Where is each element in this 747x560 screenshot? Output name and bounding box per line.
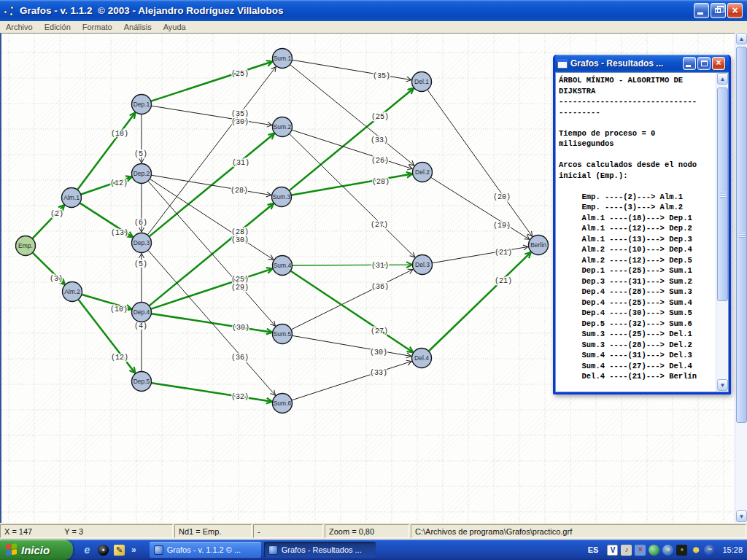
node-Sum.5[interactable]: Sum.5 (273, 324, 293, 344)
status-file-path: C:\Archivos de programa\Grafos\practico.… (411, 524, 746, 538)
node-Dep.1[interactable]: Dep.1 (132, 95, 152, 114)
node-Sum.4[interactable]: Sum.4 (273, 256, 293, 276)
node-label: Sum.2 (274, 123, 292, 131)
taskbar-task-2[interactable]: Grafos - Resultados ... (264, 542, 376, 558)
thumb-grip-icon (720, 192, 726, 198)
results-scroll-down-button[interactable]: ▼ (717, 379, 728, 391)
task-label: Grafos - Resultados ... (282, 545, 362, 554)
window-title: Grafos - v. 1.1.2 © 2003 - Alejandro Rod… (20, 5, 694, 16)
thumb-grip-icon (739, 232, 745, 238)
scrollbar-thumb[interactable] (736, 47, 747, 423)
node-Sum.3[interactable]: Sum.3 (272, 187, 292, 207)
edge-Sum.1-Del.1 (293, 60, 411, 79)
task-label: Grafos - v. 1.1.2 © ... (167, 545, 241, 554)
edge-weight-Sum.2-Del.3: (27) (371, 221, 388, 229)
edge-weight-Dep.2-Sum.4: (30) (231, 236, 249, 244)
node-Dep.4[interactable]: Dep.4 (132, 303, 152, 322)
menu-archivo[interactable]: Archivo (0, 22, 39, 32)
restore-button[interactable] (711, 3, 726, 18)
scroll-down-button[interactable]: ▼ (736, 510, 747, 522)
results-body: ÁRBOL MÍNIMO - ALGORITMO DE DIJKSTRA ---… (555, 72, 729, 392)
network-error-icon[interactable]: × (635, 545, 646, 556)
node-Del.3[interactable]: Del.3 (413, 255, 433, 275)
results-scrollbar-thumb[interactable] (717, 88, 728, 301)
messenger-icon[interactable]: ~ (704, 545, 715, 556)
node-Dep.5[interactable]: Dep.5 (132, 372, 152, 392)
task-app-icon (268, 545, 278, 555)
taskbar-clock: 15:28 (722, 545, 743, 554)
results-maximize-button[interactable] (697, 57, 711, 70)
edge-Del.2-Berlin (431, 177, 530, 239)
internet-explorer-icon[interactable]: e (82, 545, 93, 556)
node-label: Sum.5 (274, 330, 292, 338)
results-close-button[interactable]: × (712, 57, 725, 70)
minimize-button[interactable] (694, 3, 709, 18)
node-Berlin[interactable]: Berlin (529, 236, 549, 255)
node-label: Sum.3 (273, 193, 291, 201)
node-label: Emp. (18, 242, 33, 249)
globe-lock-icon[interactable]: ● (662, 545, 673, 556)
node-Del.4[interactable]: Del.4 (412, 349, 432, 368)
quick-launch-chevron-icon[interactable]: » (131, 545, 136, 555)
results-minimize-button[interactable] (683, 57, 696, 70)
node-Dep.3[interactable]: Dep.3 (132, 233, 152, 253)
scroll-up-button[interactable]: ▲ (736, 33, 747, 44)
results-titlebar[interactable]: Grafos - Resultados ... × (555, 55, 729, 72)
edge-weight-Alm.2-Dep.4: (10) (110, 306, 128, 314)
media-player-icon[interactable]: ● (98, 545, 109, 556)
node-Sum.2[interactable]: Sum.2 (273, 117, 293, 137)
menu-analisis[interactable]: Análisis (118, 22, 158, 32)
results-vertical-scrollbar[interactable]: ▲ ▼ (716, 73, 728, 392)
node-Sum.6[interactable]: Sum.6 (273, 394, 293, 413)
node-Dep.2[interactable]: Dep.2 (132, 164, 152, 184)
node-label: Sum.6 (274, 400, 292, 407)
edge-Sum.6-Del.4 (292, 361, 411, 400)
node-label: Alm.1 (63, 194, 80, 201)
node-Del.2[interactable]: Del.2 (413, 163, 433, 182)
canvas-vertical-scrollbar[interactable]: ▲ ▼ (735, 33, 747, 523)
edge-weight-Sum.5-Del.4: (30) (370, 349, 387, 357)
titlebar: Grafos - v. 1.1.2 © 2003 - Alejandro Rod… (0, 0, 747, 21)
node-Sum.1[interactable]: Sum.1 (273, 49, 293, 69)
grafos-main-window: Grafos - v. 1.1.2 © 2003 - Alejandro Rod… (0, 0, 747, 560)
menu-ayuda[interactable]: Ayuda (158, 22, 192, 32)
edge-weight-Alm.1-Dep.2: (12) (110, 179, 128, 187)
edge-weight-Alm.1-Dep.3: (13) (111, 229, 128, 237)
node-Del.1[interactable]: Del.1 (412, 72, 432, 92)
windows-flag-icon (6, 543, 18, 556)
menu-edicion[interactable]: Edición (39, 22, 77, 32)
ghost-icon[interactable]: ☻ (690, 545, 701, 556)
edge-Del.4-Berlin (429, 252, 531, 351)
edge-weight-Dep.1-Sum.1: (25) (231, 70, 249, 78)
node-label: Dep.3 (133, 239, 150, 246)
edge-weight-Dep.3-Sum.6: (36) (231, 354, 249, 362)
maximize-icon (701, 61, 708, 66)
status-ball-icon[interactable] (649, 545, 659, 556)
node-label: Dep.5 (133, 378, 150, 385)
status-edge: - (253, 524, 323, 538)
node-label: Del.2 (415, 168, 430, 176)
nvidia-icon[interactable]: ● (676, 545, 687, 556)
restore-icon (715, 8, 721, 13)
node-label: Dep.1 (133, 101, 150, 108)
vnc-icon[interactable]: V (607, 545, 618, 556)
edge-weight-Sum.3-Del.2: (28) (372, 178, 390, 186)
node-Alm.2[interactable]: Alm.2 (63, 282, 82, 302)
close-button[interactable]: × (727, 3, 743, 18)
pen-tool-icon[interactable]: ✎ (114, 545, 125, 556)
edge-Del.3-Berlin (433, 246, 528, 262)
tray-icons: V♪×●●☻~ (607, 545, 715, 556)
edge-weight-Emp.-Alm.2: (3) (50, 275, 63, 283)
menu-formato[interactable]: Formato (77, 22, 118, 32)
taskbar-task-1[interactable]: Grafos - v. 1.1.2 © ... (150, 542, 261, 558)
node-Emp.[interactable]: Emp. (16, 236, 36, 256)
edge-weight-Sum.1-Del.1: (35) (373, 72, 390, 80)
language-indicator[interactable]: ES (588, 545, 599, 554)
results-scroll-up-button[interactable]: ▲ (717, 73, 728, 85)
node-Alm.1[interactable]: Alm.1 (62, 188, 82, 208)
edge-Sum.2-Del.3 (290, 134, 415, 257)
edge-weight-Dep.3-Sum.1: (35) (231, 110, 249, 118)
audio-tool-icon[interactable]: ♪ (621, 545, 632, 556)
start-button[interactable]: Inicio (0, 540, 73, 560)
edge-weight-Dep.4-Sum.3: (28) (231, 228, 249, 236)
